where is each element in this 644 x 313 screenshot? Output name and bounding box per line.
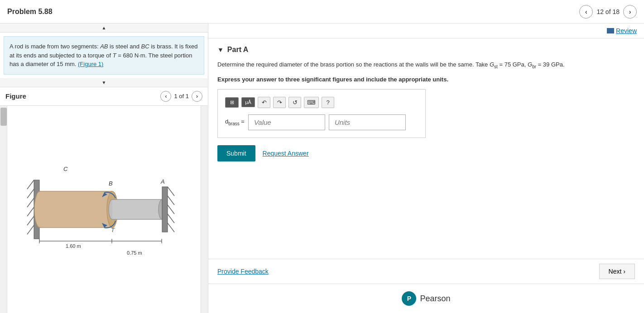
svg-line-1 [27, 180, 34, 189]
review-label: Review [616, 27, 637, 34]
help-button[interactable]: ? [322, 97, 334, 108]
next-button-bottom[interactable]: Next › [599, 264, 635, 279]
svg-line-22 [168, 223, 174, 232]
symbol-button[interactable]: μÅ [241, 97, 255, 107]
svg-rect-8 [40, 191, 112, 228]
next-label: Next [609, 268, 622, 275]
matrix-button[interactable]: ⊞ [225, 97, 239, 108]
express-text: Express your answer to three significant… [217, 76, 635, 83]
question-text: Determine the required diameter of the b… [217, 60, 635, 71]
problem-text-box: A rod is made from two segments: AB is s… [4, 36, 204, 75]
label-c: C [63, 166, 68, 172]
collapse-arrow[interactable]: ▼ [217, 46, 224, 53]
page-count: 12 of 18 [596, 8, 620, 15]
answer-box: ⊞ μÅ ↶ ↷ ↺ ⌨ ? dbrass = [217, 89, 426, 138]
figure-diagram: C B A T 1.60 m [25, 153, 183, 266]
svg-line-6 [27, 225, 34, 234]
svg-line-18 [168, 187, 174, 196]
var-bc: BC [141, 43, 149, 50]
input-label: dbrass = [225, 118, 245, 126]
dim-075: 0.75 m [127, 250, 142, 256]
figure-next-button[interactable]: › [192, 91, 202, 102]
svg-line-4 [27, 207, 34, 216]
units-input[interactable] [329, 114, 406, 130]
redo-button[interactable]: ↷ [273, 97, 286, 108]
svg-line-20 [168, 205, 174, 214]
svg-line-5 [27, 216, 34, 225]
label-t: T [111, 227, 115, 233]
label-b: B [109, 180, 113, 187]
reset-button[interactable]: ↺ [288, 97, 301, 108]
figure-page: 1 of 1 [174, 93, 189, 100]
request-answer-link[interactable]: Request Answer [263, 150, 309, 157]
toolbar: ⊞ μÅ ↶ ↷ ↺ ⌨ ? [225, 97, 418, 108]
provide-feedback-link[interactable]: Provide Feedback [217, 268, 269, 275]
part-header: ▼ Part A [217, 46, 635, 54]
scroll-down-arrow[interactable]: ▼ [0, 78, 208, 87]
next-chevron: › [623, 268, 625, 275]
action-row: Submit Request Answer [217, 145, 635, 161]
label-a: A [160, 178, 165, 185]
figure-label: Figure [5, 92, 160, 100]
scroll-up-arrow[interactable]: ▲ [0, 24, 208, 33]
scroll-thumb [0, 108, 7, 126]
review-link[interactable]: Review [607, 27, 637, 34]
svg-line-2 [27, 189, 34, 198]
figure-scrollbar[interactable] [0, 106, 7, 313]
top-bar: Problem 5.88 ‹ 12 of 18 › [0, 0, 644, 24]
left-panel: ▲ A rod is made from two segments: AB is… [0, 24, 208, 313]
figure-1-link[interactable]: (Figure 1) [78, 61, 103, 67]
figure-content-wrapper: C B A T 1.60 m [0, 106, 208, 313]
svg-line-19 [168, 196, 174, 205]
submit-button[interactable]: Submit [217, 145, 255, 161]
part-label: Part A [227, 46, 249, 54]
nav-controls: ‹ 12 of 18 › [579, 5, 637, 19]
figure-nav: ‹ 1 of 1 › [160, 91, 202, 102]
main-layout: ▲ A rod is made from two segments: AB is… [0, 24, 644, 313]
review-icon [607, 28, 614, 33]
right-scrollbar[interactable] [201, 106, 208, 313]
pearson-logo: P [402, 291, 416, 306]
undo-button[interactable]: ↶ [258, 97, 270, 108]
pearson-footer: P Pearson [208, 284, 644, 313]
figure-canvas: C B A T 1.60 m [7, 106, 201, 313]
right-panel: Review ▼ Part A Determine the required d… [208, 24, 644, 313]
svg-line-21 [168, 214, 174, 223]
pearson-name: Pearson [420, 294, 450, 304]
var-ab: AB [100, 43, 108, 50]
part-section: ▼ Part A Determine the required diameter… [208, 38, 644, 178]
problem-title: Problem 5.88 [7, 8, 53, 16]
problem-text-area: ▲ A rod is made from two segments: AB is… [0, 24, 208, 87]
bottom-bar: Provide Feedback Next › [208, 259, 644, 284]
value-input[interactable] [248, 114, 325, 130]
prev-button[interactable]: ‹ [579, 5, 593, 19]
svg-line-3 [27, 198, 34, 207]
dim-160: 1.60 m [66, 243, 81, 249]
figure-header: Figure ‹ 1 of 1 › [0, 87, 208, 106]
var-t: T [113, 52, 116, 59]
svg-rect-13 [112, 199, 162, 219]
next-button-top[interactable]: › [623, 5, 637, 19]
svg-rect-17 [162, 187, 168, 232]
input-row: dbrass = [225, 114, 418, 130]
figure-prev-button[interactable]: ‹ [160, 91, 171, 102]
review-bar: Review [208, 24, 644, 38]
figure-section: Figure ‹ 1 of 1 › [0, 87, 208, 313]
keyboard-button[interactable]: ⌨ [304, 97, 319, 108]
problem-text: A rod is made from two segments: AB is s… [10, 43, 197, 67]
